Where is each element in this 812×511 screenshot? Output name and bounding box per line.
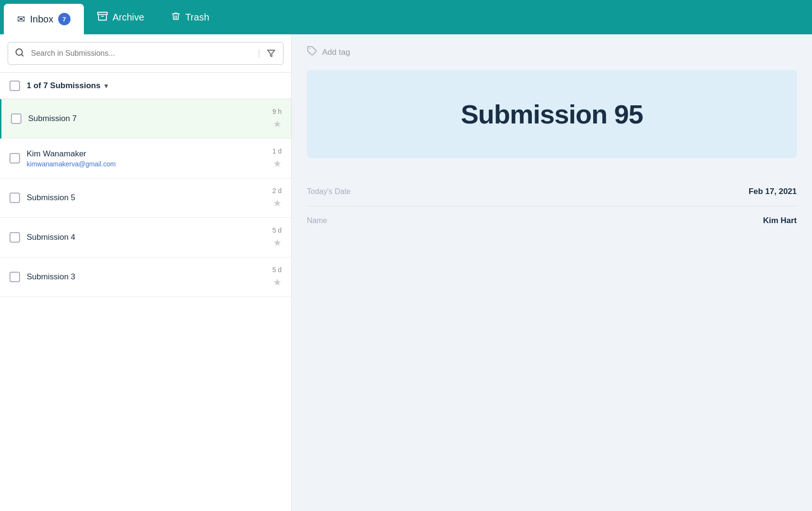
svg-rect-0 xyxy=(98,12,107,14)
select-all-checkbox[interactable] xyxy=(10,81,20,91)
tag-icon xyxy=(307,46,317,59)
star-icon[interactable]: ★ xyxy=(273,276,282,288)
star-icon[interactable]: ★ xyxy=(273,158,282,169)
item-info: Submission 3 xyxy=(27,272,266,282)
item-meta: 1 d ★ xyxy=(273,147,282,169)
list-item[interactable]: Kim Wanamaker kimwanamakerva@gmail.com 1… xyxy=(0,139,291,178)
trash-icon xyxy=(171,11,181,24)
detail-field: Today's Date Feb 17, 2021 xyxy=(307,177,797,206)
item-name: Submission 7 xyxy=(28,114,266,123)
item-name: Submission 5 xyxy=(27,193,266,203)
left-panel: 1 of 7 Submissions ▾ Submission 7 9 h ★ xyxy=(0,34,292,511)
tag-area[interactable]: Add tag xyxy=(307,46,797,59)
tab-archive[interactable]: Archive xyxy=(84,0,158,34)
item-time: 5 d xyxy=(273,226,282,234)
item-time: 9 h xyxy=(273,108,282,115)
filter-button[interactable] xyxy=(259,49,283,58)
top-nav: ✉ Inbox 7 Archive Trash xyxy=(0,0,812,34)
tab-trash-label: Trash xyxy=(185,12,209,23)
field-label: Today's Date xyxy=(307,187,351,196)
svg-line-3 xyxy=(21,54,23,56)
item-name: Submission 3 xyxy=(27,272,266,282)
svg-marker-4 xyxy=(268,50,275,57)
search-input[interactable] xyxy=(31,42,259,64)
star-icon[interactable]: ★ xyxy=(273,118,282,130)
item-time: 5 d xyxy=(273,266,282,274)
tab-trash[interactable]: Trash xyxy=(158,0,223,34)
submission-card: Submission 95 xyxy=(307,70,797,158)
item-name: Submission 4 xyxy=(27,233,266,242)
item-checkbox[interactable] xyxy=(10,153,20,164)
tab-inbox[interactable]: ✉ Inbox 7 xyxy=(4,4,84,34)
item-time: 1 d xyxy=(273,147,282,155)
field-value: Kim Hart xyxy=(763,216,797,225)
submission-list: Submission 7 9 h ★ Kim Wanamaker kimwana… xyxy=(0,99,291,511)
submissions-header: 1 of 7 Submissions ▾ xyxy=(0,73,291,99)
star-icon[interactable]: ★ xyxy=(273,197,282,209)
tab-archive-label: Archive xyxy=(112,12,144,23)
star-icon[interactable]: ★ xyxy=(273,237,282,248)
item-meta: 2 d ★ xyxy=(273,187,282,209)
right-panel-inner: Add tag Submission 95 Today's Date Feb 1… xyxy=(292,34,812,246)
field-value: Feb 17, 2021 xyxy=(749,187,797,196)
item-info: Submission 5 xyxy=(27,193,266,203)
item-info: Kim Wanamaker kimwanamakerva@gmail.com xyxy=(27,149,266,168)
item-meta: 9 h ★ xyxy=(273,108,282,130)
inbox-icon: ✉ xyxy=(17,13,25,25)
item-meta: 5 d ★ xyxy=(273,226,282,248)
inbox-badge: 7 xyxy=(58,13,71,25)
item-checkbox[interactable] xyxy=(11,113,21,124)
list-item[interactable]: Submission 3 5 d ★ xyxy=(0,257,291,297)
search-wrapper xyxy=(8,42,284,65)
list-item[interactable]: Submission 4 5 d ★ xyxy=(0,218,291,257)
list-item[interactable]: Submission 7 9 h ★ xyxy=(0,99,291,139)
detail-field: Name Kim Hart xyxy=(307,206,797,235)
tab-inbox-label: Inbox xyxy=(30,14,53,25)
item-info: Submission 7 xyxy=(28,114,266,123)
item-meta: 5 d ★ xyxy=(273,266,282,288)
main-content: 1 of 7 Submissions ▾ Submission 7 9 h ★ xyxy=(0,34,812,511)
item-name: Kim Wanamaker xyxy=(27,149,266,159)
tag-label: Add tag xyxy=(322,48,350,57)
archive-icon xyxy=(97,11,108,24)
field-label: Name xyxy=(307,216,327,225)
search-icon xyxy=(8,48,31,60)
item-email: kimwanamakerva@gmail.com xyxy=(27,160,266,168)
item-info: Submission 4 xyxy=(27,233,266,242)
submissions-count[interactable]: 1 of 7 Submissions ▾ xyxy=(27,81,108,91)
submission-card-title: Submission 95 xyxy=(461,99,643,130)
chevron-down-icon: ▾ xyxy=(104,82,108,90)
item-checkbox[interactable] xyxy=(10,232,20,243)
right-panel: Add tag Submission 95 Today's Date Feb 1… xyxy=(292,34,812,511)
item-time: 2 d xyxy=(273,187,282,194)
list-item[interactable]: Submission 5 2 d ★ xyxy=(0,178,291,218)
submissions-count-label: 1 of 7 Submissions xyxy=(27,81,101,91)
item-checkbox[interactable] xyxy=(10,193,20,203)
item-checkbox[interactable] xyxy=(10,272,20,282)
search-bar xyxy=(0,34,291,73)
